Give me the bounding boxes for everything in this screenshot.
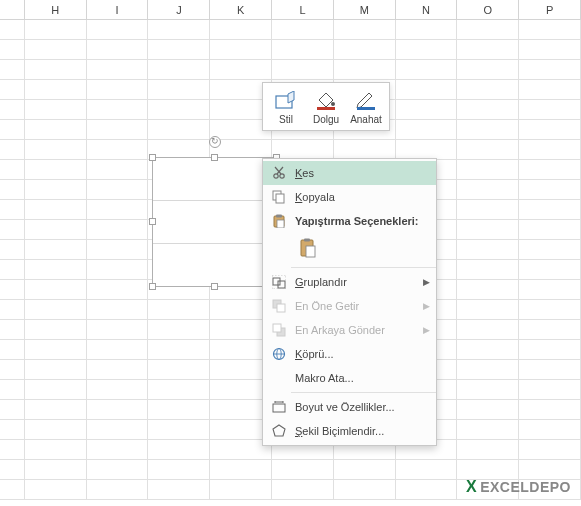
cut-icon xyxy=(269,166,289,180)
context-menu: Kes Kopyala Yapıştırma Seçenekleri: Grup… xyxy=(262,158,437,446)
menu-cut[interactable]: Kes xyxy=(263,161,436,185)
menu-bring-front: En Öne Getir ▶ xyxy=(263,294,436,318)
format-shape-icon xyxy=(269,424,289,438)
menu-copy-label: Kopyala xyxy=(295,191,430,203)
resize-handle-bl[interactable] xyxy=(149,283,156,290)
svg-point-6 xyxy=(280,174,284,178)
menu-separator xyxy=(291,267,436,268)
watermark-text: EXCELDEPO xyxy=(480,479,571,495)
size-icon xyxy=(269,400,289,414)
hyperlink-icon xyxy=(269,347,289,361)
menu-paste-label: Yapıştırma Seçenekleri: xyxy=(295,215,430,227)
svg-rect-15 xyxy=(304,239,310,242)
outline-icon xyxy=(348,88,384,112)
paste-icon xyxy=(269,214,289,228)
svg-marker-31 xyxy=(273,425,285,436)
menu-group[interactable]: Gruplandır ▶ xyxy=(263,270,436,294)
menu-hyperlink-label: Köprü... xyxy=(295,348,430,360)
outline-label: Anahat xyxy=(348,114,384,125)
style-button[interactable]: Stil xyxy=(266,86,306,127)
col-header-blank xyxy=(0,0,25,20)
style-icon xyxy=(268,88,304,112)
fill-icon xyxy=(308,88,344,112)
menu-format-label: Şekil Biçimlendir... xyxy=(295,425,430,437)
svg-rect-27 xyxy=(273,404,285,412)
menu-separator xyxy=(291,392,436,393)
send-back-icon xyxy=(269,323,289,337)
style-label: Stil xyxy=(268,114,304,125)
menu-hyperlink[interactable]: Köprü... xyxy=(263,342,436,366)
fill-button[interactable]: Dolgu xyxy=(306,86,346,127)
menu-format-shape[interactable]: Şekil Biçimlendir... xyxy=(263,419,436,443)
col-header[interactable]: I xyxy=(87,0,149,20)
svg-rect-10 xyxy=(276,194,284,203)
menu-copy[interactable]: Kopyala xyxy=(263,185,436,209)
rotate-handle[interactable] xyxy=(209,136,221,148)
excel-logo-icon: X xyxy=(466,478,477,496)
submenu-arrow-icon: ▶ xyxy=(423,277,430,287)
col-header[interactable]: K xyxy=(210,0,272,20)
col-header[interactable]: P xyxy=(519,0,581,20)
menu-assign-macro[interactable]: Makro Ata... xyxy=(263,366,436,390)
clipboard-icon xyxy=(299,238,317,258)
submenu-arrow-icon: ▶ xyxy=(423,301,430,311)
menu-size-props[interactable]: Boyut ve Özellikler... xyxy=(263,395,436,419)
svg-point-5 xyxy=(274,174,278,178)
svg-rect-4 xyxy=(357,107,375,110)
mini-toolbar: Stil Dolgu Anahat xyxy=(262,82,390,131)
submenu-arrow-icon: ▶ xyxy=(423,325,430,335)
svg-point-2 xyxy=(331,102,335,106)
svg-rect-3 xyxy=(317,107,335,110)
menu-group-label: Gruplandır xyxy=(295,276,423,288)
paste-options-row xyxy=(263,233,436,265)
watermark: X EXCELDEPO xyxy=(466,478,571,496)
col-header[interactable]: H xyxy=(25,0,87,20)
group-icon xyxy=(269,275,289,289)
svg-rect-21 xyxy=(277,304,285,312)
resize-handle-tm[interactable] xyxy=(211,154,218,161)
resize-handle-tl[interactable] xyxy=(149,154,156,161)
resize-handle-ml[interactable] xyxy=(149,218,156,225)
column-headers: H I J K L M N O P xyxy=(0,0,581,20)
col-header[interactable]: M xyxy=(334,0,396,20)
col-header[interactable]: L xyxy=(272,0,334,20)
bring-front-icon xyxy=(269,299,289,313)
col-header[interactable]: J xyxy=(148,0,210,20)
selected-shape[interactable] xyxy=(152,157,277,287)
resize-handle-bm[interactable] xyxy=(211,283,218,290)
menu-cut-label: Kes xyxy=(295,167,430,179)
svg-marker-1 xyxy=(288,91,294,103)
svg-rect-19 xyxy=(272,275,286,289)
paste-option-button[interactable] xyxy=(295,235,321,261)
menu-send-back-label: En Arkaya Gönder xyxy=(295,324,423,336)
col-header[interactable]: N xyxy=(396,0,458,20)
col-header[interactable]: O xyxy=(457,0,519,20)
outline-button[interactable]: Anahat xyxy=(346,86,386,127)
svg-rect-23 xyxy=(273,324,281,332)
menu-size-label: Boyut ve Özellikler... xyxy=(295,401,430,413)
menu-macro-label: Makro Ata... xyxy=(295,372,430,384)
menu-bring-front-label: En Öne Getir xyxy=(295,300,423,312)
svg-rect-13 xyxy=(277,220,284,228)
menu-send-back: En Arkaya Gönder ▶ xyxy=(263,318,436,342)
copy-icon xyxy=(269,190,289,204)
fill-label: Dolgu xyxy=(308,114,344,125)
svg-rect-16 xyxy=(306,246,315,257)
menu-paste-options: Yapıştırma Seçenekleri: xyxy=(263,209,436,233)
svg-rect-12 xyxy=(276,215,282,218)
